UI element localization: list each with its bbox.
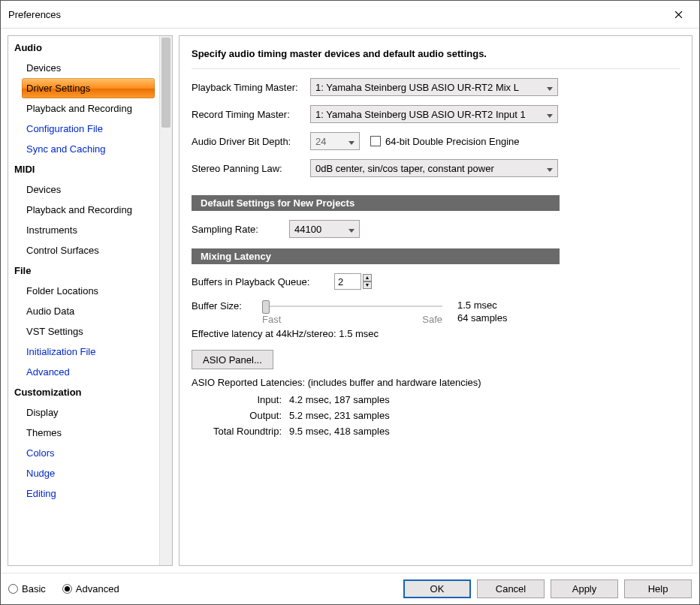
sidebar-section-header: File [10,260,159,281]
sidebar-item[interactable]: Devices [10,179,159,200]
sidebar-item[interactable]: Playback and Recording [10,98,159,119]
sidebar-section-header: MIDI [10,159,159,179]
spinner-up[interactable]: ▲ [363,274,372,281]
ok-button[interactable]: OK [403,579,471,598]
buffer-size-info: 1.5 msec 64 samples [457,299,507,324]
sidebar-item[interactable]: Advanced [10,362,159,382]
sidebar-item[interactable]: Editing [10,483,159,504]
sidebar-item[interactable]: Driver Settings [22,78,155,98]
sidebar-item[interactable]: Configuration File [10,119,159,139]
scrollbar-thumb[interactable] [161,38,170,128]
help-button[interactable]: Help [624,579,692,598]
sidebar-item[interactable]: Audio Data [10,301,159,321]
buffers-queue-input[interactable] [334,273,361,290]
asio-panel-label: ASIO Panel... [203,354,262,366]
sidebar-item[interactable]: Playback and Recording [10,200,159,220]
sidebar-item[interactable]: Initialization File [10,342,159,362]
chevron-down-icon [348,224,355,235]
sidebar-item[interactable]: Themes [10,423,159,443]
sampling-rate-row: Sampling Rate: 44100 [192,220,680,238]
sidebar-item[interactable]: Sync and Caching [10,139,159,159]
sidebar-section-header: Audio [10,38,159,58]
dialog-body: AudioDevicesDriver SettingsPlayback and … [1,29,699,573]
slider-range-labels: Fast Safe [262,314,442,325]
buffer-size-label: Buffer Size: [192,299,262,312]
double-precision-checkbox[interactable] [370,136,381,146]
playback-master-row: Playback Timing Master: 1: Yamaha Steinb… [192,78,680,96]
reported-total-label: Total Roundtrip: [192,426,289,437]
playback-master-select[interactable]: 1: Yamaha Steinberg USB ASIO UR-RT2 Mix … [310,78,558,96]
effective-latency-text: Effective latency at 44kHz/stereo: 1.5 m… [192,328,680,339]
sidebar-tree[interactable]: AudioDevicesDriver SettingsPlayback and … [8,36,159,565]
apply-button[interactable]: Apply [551,579,618,598]
sidebar-item[interactable]: Devices [10,58,159,78]
double-precision-checkbox-row: 64-bit Double Precision Engine [370,136,520,147]
buffer-size-time: 1.5 msec [457,299,507,312]
close-button[interactable] [665,5,692,23]
chevron-down-icon [348,136,355,147]
bit-depth-select[interactable]: 24 [310,132,360,150]
mode-advanced-label: Advanced [76,583,119,594]
reported-input-label: Input: [192,394,289,405]
sampling-rate-select[interactable]: 44100 [289,220,360,238]
titlebar: Preferences [1,1,699,29]
sidebar-item[interactable]: Colors [10,443,159,463]
bit-depth-label: Audio Driver Bit Depth: [192,136,310,147]
sidebar-item[interactable]: Instruments [10,220,159,240]
preferences-window: Preferences AudioDevicesDriver SettingsP… [0,0,700,605]
sidebar-item[interactable]: Nudge [10,463,159,483]
chevron-down-icon [547,163,553,174]
cancel-button[interactable]: Cancel [477,579,545,598]
buffer-size-slider[interactable] [262,299,442,314]
record-master-row: Record Timing Master: 1: Yamaha Steinber… [192,105,680,123]
sampling-rate-value: 44100 [294,224,321,235]
main-panel: Specify audio timing master devices and … [179,35,692,566]
buffer-size-row: Buffer Size: Fast Safe 1.5 msec 64 sampl… [192,299,680,325]
bit-depth-value: 24 [315,136,326,147]
panning-law-row: Stereo Panning Law: 0dB center, sin/cos … [192,159,680,177]
radio-dot-icon [65,586,70,591]
reported-output-value: 5.2 msec, 231 samples [289,410,390,421]
buffers-queue-spinner: ▲ ▼ [363,274,372,289]
sampling-rate-label: Sampling Rate: [192,224,289,235]
record-master-value: 1: Yamaha Steinberg USB ASIO UR-RT2 Inpu… [315,109,526,120]
mode-advanced-radio-group[interactable]: Advanced [62,583,119,594]
sidebar-item[interactable]: Display [10,402,159,423]
record-master-select[interactable]: 1: Yamaha Steinberg USB ASIO UR-RT2 Inpu… [310,105,558,123]
section-mixing-latency: Mixing Latency [192,248,560,264]
chevron-down-icon [547,82,553,93]
mode-advanced-radio[interactable] [62,584,72,594]
reported-output-label: Output: [192,410,289,421]
footer-buttons: OK Cancel Apply Help [403,579,692,598]
slider-thumb[interactable] [262,300,270,314]
window-title: Preferences [8,9,61,20]
spinner-down[interactable]: ▼ [363,281,372,289]
slider-track-line [262,306,442,307]
sidebar-item[interactable]: Folder Locations [10,281,159,301]
buffer-size-slider-area: Fast Safe [262,299,442,325]
panning-law-label: Stereo Panning Law: [192,163,310,174]
section-default-settings: Default Settings for New Projects [192,195,560,211]
dialog-footer: Basic Advanced OK Cancel Apply Help [1,573,699,604]
panning-law-select[interactable]: 0dB center, sin/cos taper, constant powe… [310,159,558,177]
double-precision-label: 64-bit Double Precision Engine [385,136,520,147]
page-heading: Specify audio timing master devices and … [192,45,680,69]
close-icon [674,11,683,19]
sidebar-item[interactable]: Control Surfaces [10,240,159,260]
sidebar-scrollbar[interactable] [159,36,172,565]
mode-basic-radio[interactable] [8,584,18,594]
sidebar-item[interactable]: VST Settings [10,321,159,342]
mode-basic-label: Basic [22,583,46,594]
reported-input-value: 4.2 msec, 187 samples [289,394,390,405]
chevron-down-icon [547,109,553,120]
record-master-label: Record Timing Master: [192,109,310,120]
mode-basic-radio-group[interactable]: Basic [8,583,46,594]
asio-panel-button[interactable]: ASIO Panel... [192,350,273,369]
slider-safe-label: Safe [422,314,442,325]
buffers-queue-row: Buffers in Playback Queue: ▲ ▼ [192,273,680,290]
bit-depth-row: Audio Driver Bit Depth: 24 64-bit Double… [192,132,680,150]
reported-total-value: 9.5 msec, 418 samples [289,426,390,437]
sidebar-section-header: Customization [10,382,159,402]
reported-latencies: ASIO Reported Latencies: (includes buffe… [192,377,680,437]
playback-master-label: Playback Timing Master: [192,82,310,93]
